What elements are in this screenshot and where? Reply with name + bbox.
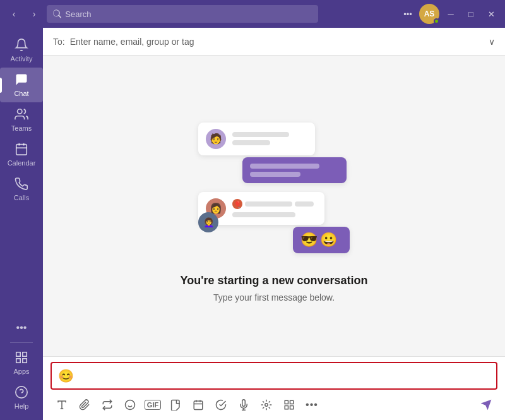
content-area: To: ∨ 🧑 <box>43 28 505 420</box>
empty-state-subtitle: Type your first message below. <box>213 292 335 303</box>
bubble-lines-2 <box>250 164 319 177</box>
titlebar-right: ••• AS ─ □ ✕ <box>399 4 500 24</box>
loop-icon <box>102 399 113 411</box>
main-layout: Activity Chat Teams Cal <box>0 28 505 420</box>
delivery-icon <box>215 399 227 411</box>
bubble-line <box>250 172 300 177</box>
emoji-icon <box>124 399 136 411</box>
avatar-status <box>434 18 439 24</box>
svg-rect-21 <box>285 400 288 404</box>
loop-button[interactable] <box>96 395 119 415</box>
maximize-button[interactable]: □ <box>462 5 480 23</box>
message-area: 😊 <box>43 356 505 420</box>
send-button[interactable] <box>475 395 497 415</box>
svg-rect-8 <box>16 359 20 363</box>
avatar-initials: AS <box>424 9 435 18</box>
sidebar-divider <box>10 342 33 343</box>
sidebar-item-calls-label: Calls <box>14 195 29 201</box>
gif-label: GIF <box>145 400 161 410</box>
illustration: 🧑 👩 <box>186 110 362 261</box>
sidebar-item-chat-label: Chat <box>14 90 28 97</box>
to-input[interactable] <box>70 37 484 47</box>
sticker-button[interactable] <box>164 395 187 415</box>
avatar-button[interactable]: AS <box>419 4 439 24</box>
svg-point-11 <box>126 400 135 410</box>
svg-rect-7 <box>23 359 27 363</box>
nav-buttons: ‹ › <box>5 5 43 23</box>
close-button[interactable]: ✕ <box>482 5 500 23</box>
format-icon <box>56 399 68 411</box>
chat-icon <box>15 73 28 88</box>
sidebar-item-activity-label: Activity <box>11 56 33 63</box>
sidebar-item-teams-label: Teams <box>11 125 32 132</box>
loop2-button[interactable] <box>255 395 278 415</box>
attach-icon <box>79 399 90 411</box>
audio-icon <box>238 399 249 411</box>
bubble-line <box>232 140 270 145</box>
sidebar-item-calendar[interactable]: Calendar <box>0 137 43 172</box>
svg-rect-24 <box>285 406 288 409</box>
minimize-button[interactable]: ─ <box>442 5 460 23</box>
sidebar-item-activity[interactable]: Activity <box>0 33 43 68</box>
schedule-button[interactable] <box>187 395 210 415</box>
bubble-line <box>250 164 319 169</box>
more-button[interactable]: ••• <box>399 5 417 23</box>
emoji-picker-trigger[interactable]: 😊 <box>57 367 75 385</box>
loop2-icon <box>261 399 272 411</box>
sidebar-item-help[interactable]: Help <box>0 380 43 415</box>
sidebar-item-help-label: Help <box>15 403 29 410</box>
svg-rect-5 <box>16 352 20 356</box>
sidebar-item-calendar-label: Calendar <box>8 160 36 167</box>
illustration-card-2 <box>242 157 347 183</box>
emoji-button[interactable] <box>119 395 141 415</box>
search-icon <box>53 9 61 18</box>
activity-icon <box>15 38 28 54</box>
sidebar-item-teams[interactable]: Teams <box>0 102 43 137</box>
sidebar-item-calls[interactable]: Calls <box>0 172 43 207</box>
bubble-line <box>232 212 295 217</box>
sidebar-item-chat[interactable]: Chat <box>0 68 43 102</box>
chat-main: 🧑 👩 <box>43 56 505 356</box>
apps-icon <box>15 351 28 366</box>
message-input-container: 😊 <box>50 362 497 390</box>
svg-rect-23 <box>290 406 294 409</box>
forward-button[interactable]: › <box>25 5 43 23</box>
delivery-button[interactable] <box>210 395 232 415</box>
calls-icon <box>15 177 28 193</box>
audio-button[interactable] <box>232 395 255 415</box>
to-bar: To: ∨ <box>43 28 505 56</box>
avatar-3: 👩‍🦱 <box>198 212 218 232</box>
search-box[interactable] <box>47 5 318 23</box>
illustration-card-4: 😎 😀 <box>293 227 350 253</box>
back-button[interactable]: ‹ <box>5 5 23 23</box>
to-label: To: <box>53 37 65 47</box>
format-button[interactable] <box>50 395 73 415</box>
send-icon <box>480 399 492 411</box>
emoji-cool: 😎 <box>300 232 318 248</box>
message-input[interactable] <box>80 367 491 385</box>
attach-button[interactable] <box>73 395 96 415</box>
search-input[interactable] <box>65 9 312 19</box>
calendar-icon <box>15 142 28 158</box>
sidebar-item-apps-label: Apps <box>13 368 29 375</box>
illustration-card-1: 🧑 <box>198 123 315 155</box>
titlebar: ‹ › ••• AS ─ □ ✕ <box>0 0 505 28</box>
more-toolbar-button[interactable]: ••• <box>300 395 323 415</box>
help-icon <box>15 385 28 401</box>
sidebar-more[interactable]: ••• <box>10 316 33 340</box>
chevron-down-icon[interactable]: ∨ <box>489 37 495 47</box>
schedule-icon <box>193 399 204 411</box>
svg-rect-22 <box>290 400 294 404</box>
bubble-line <box>232 132 289 137</box>
gif-button[interactable]: GIF <box>141 395 164 415</box>
svg-rect-1 <box>16 145 27 155</box>
bubble-line <box>245 201 292 207</box>
bubble-line <box>295 201 314 207</box>
emoji-display: 😎 😀 <box>300 232 337 248</box>
bubble-line-row: 🎈 <box>232 199 314 209</box>
sidebar: Activity Chat Teams Cal <box>0 28 43 420</box>
svg-rect-14 <box>194 401 203 410</box>
apps-toolbar-button[interactable] <box>278 395 300 415</box>
toolbar-row: GIF <box>50 392 497 417</box>
sidebar-item-apps[interactable]: Apps <box>0 345 43 380</box>
